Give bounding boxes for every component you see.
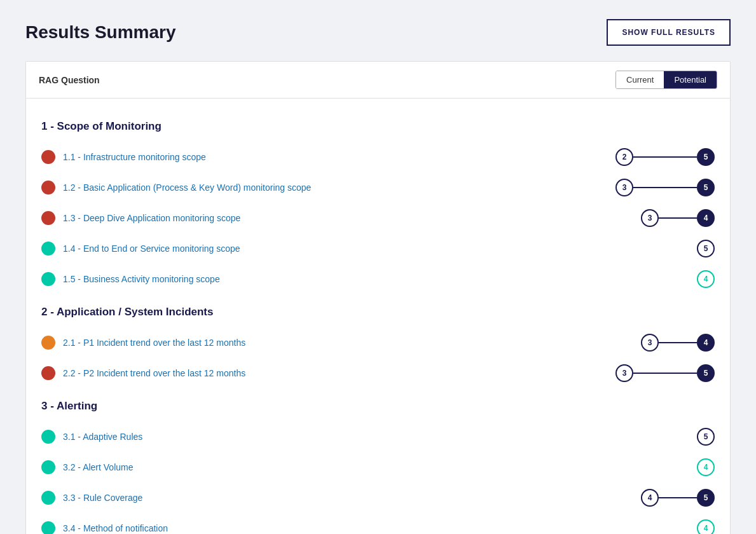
question-left-q3-3: 3.3 - Rule Coverage — [41, 491, 142, 505]
solo-node-q3-4: 4 — [697, 519, 715, 534]
current-potential-toggle: Current Potential — [615, 71, 717, 89]
slider-track-q1-2: 35 — [615, 179, 715, 196]
current-node-q1-1: 2 — [615, 148, 633, 166]
question-row-q3-3: 3.3 - Rule Coverage45 — [41, 483, 715, 513]
solo-node-q1-4: 5 — [697, 240, 715, 257]
status-dot-q3-3 — [41, 491, 55, 505]
track-line-q1-3 — [659, 217, 697, 219]
slider-track-q1-1: 25 — [615, 148, 715, 166]
question-text-q1-5: 1.5 - Business Activity monitoring scope — [63, 274, 220, 284]
solo-node-q3-1: 5 — [697, 428, 715, 446]
question-row-q3-4: 3.4 - Method of notification4 — [41, 513, 715, 534]
potential-node-q1-3: 4 — [697, 209, 715, 227]
show-full-results-button[interactable]: SHOW FULL RESULTS — [607, 19, 731, 46]
question-left-q2-2: 2.2 - P2 Incident trend over the last 12… — [41, 366, 245, 380]
question-row-q1-2: 1.2 - Basic Application (Process & Key W… — [41, 172, 715, 203]
potential-node-q3-3: 5 — [697, 489, 715, 507]
status-dot-q3-2 — [41, 460, 55, 474]
question-left-q1-3: 1.3 - Deep Dive Application monitoring s… — [41, 211, 240, 225]
track-line-q2-2 — [633, 373, 697, 374]
question-left-q1-2: 1.2 - Basic Application (Process & Key W… — [41, 181, 311, 195]
status-dot-q1-5 — [41, 272, 55, 286]
toggle-current[interactable]: Current — [616, 71, 664, 88]
question-text-q2-1: 2.1 - P1 Incident trend over the last 12… — [63, 338, 245, 348]
question-row-q1-4: 1.4 - End to End or Service monitoring s… — [41, 233, 715, 264]
question-text-q1-2: 1.2 - Basic Application (Process & Key W… — [63, 182, 311, 193]
potential-node-q1-1: 5 — [697, 148, 715, 166]
status-dot-q2-2 — [41, 366, 55, 380]
question-text-q2-2: 2.2 - P2 Incident trend over the last 12… — [63, 368, 245, 378]
rag-question-label: RAG Question — [39, 75, 100, 85]
section-3-title: 3 - Alerting — [41, 400, 715, 413]
toggle-potential[interactable]: Potential — [664, 71, 717, 88]
status-dot-q1-1 — [41, 150, 55, 164]
solo-node-container-q3-4: 4 — [575, 519, 715, 534]
section-2: 2 - Application / System Incidents2.1 - … — [41, 306, 715, 388]
potential-node-q2-2: 5 — [697, 364, 715, 382]
status-dot-q1-3 — [41, 211, 55, 225]
question-text-q3-4: 3.4 - Method of notification — [63, 523, 168, 533]
question-row-q3-1: 3.1 - Adaptive Rules5 — [41, 421, 715, 452]
section-1-title: 1 - Scope of Monitoring — [41, 120, 715, 133]
question-text-q1-1: 1.1 - Infrastructure monitoring scope — [63, 152, 206, 162]
current-node-q2-2: 3 — [615, 364, 633, 382]
track-line-q1-1 — [633, 156, 697, 158]
solo-node-q1-5: 4 — [697, 270, 715, 288]
current-node-q1-3: 3 — [641, 209, 659, 227]
question-text-q1-3: 1.3 - Deep Dive Application monitoring s… — [63, 213, 240, 223]
solo-node-container-q1-5: 4 — [575, 270, 715, 288]
slider-q1-1: 25 — [575, 148, 715, 166]
slider-q1-3: 34 — [575, 209, 715, 227]
question-row-q3-2: 3.2 - Alert Volume4 — [41, 452, 715, 483]
slider-track-q1-3: 34 — [641, 209, 715, 227]
question-left-q2-1: 2.1 - P1 Incident trend over the last 12… — [41, 336, 245, 350]
potential-node-q1-2: 5 — [697, 179, 715, 196]
slider-q3-3: 45 — [575, 489, 715, 507]
question-left-q1-5: 1.5 - Business Activity monitoring scope — [41, 272, 220, 286]
question-row-q2-1: 2.1 - P1 Incident trend over the last 12… — [41, 327, 715, 358]
slider-track-q3-3: 45 — [641, 489, 715, 507]
section-3: 3 - Alerting3.1 - Adaptive Rules53.2 - A… — [41, 400, 715, 534]
status-dot-q1-2 — [41, 181, 55, 195]
question-text-q3-1: 3.1 - Adaptive Rules — [63, 432, 142, 442]
potential-node-q2-1: 4 — [697, 334, 715, 352]
slider-track-q2-1: 34 — [641, 334, 715, 352]
slider-q2-1: 34 — [575, 334, 715, 352]
question-left-q1-4: 1.4 - End to End or Service monitoring s… — [41, 242, 240, 256]
content-area: 1 - Scope of Monitoring1.1 - Infrastruct… — [26, 99, 730, 534]
slider-q1-2: 35 — [575, 179, 715, 196]
status-dot-q1-4 — [41, 242, 55, 256]
question-left-q3-2: 3.2 - Alert Volume — [41, 460, 134, 474]
current-node-q1-2: 3 — [615, 179, 633, 196]
solo-node-container-q3-2: 4 — [575, 458, 715, 476]
table-header: RAG Question Current Potential — [26, 62, 730, 99]
page-header: Results Summary SHOW FULL RESULTS — [25, 19, 731, 46]
question-row-q1-1: 1.1 - Infrastructure monitoring scope25 — [41, 142, 715, 172]
results-card: RAG Question Current Potential 1 - Scope… — [25, 61, 731, 534]
status-dot-q3-1 — [41, 430, 55, 444]
slider-track-q2-2: 35 — [615, 364, 715, 382]
slider-q2-2: 35 — [575, 364, 715, 382]
question-left-q3-1: 3.1 - Adaptive Rules — [41, 430, 142, 444]
question-text-q3-3: 3.3 - Rule Coverage — [63, 493, 142, 503]
question-text-q1-4: 1.4 - End to End or Service monitoring s… — [63, 243, 240, 254]
question-row-q1-5: 1.5 - Business Activity monitoring scope… — [41, 264, 715, 294]
question-left-q3-4: 3.4 - Method of notification — [41, 521, 168, 534]
question-row-q2-2: 2.2 - P2 Incident trend over the last 12… — [41, 358, 715, 388]
page-title: Results Summary — [25, 22, 176, 43]
solo-node-q3-2: 4 — [697, 458, 715, 476]
current-node-q2-1: 3 — [641, 334, 659, 352]
section-1: 1 - Scope of Monitoring1.1 - Infrastruct… — [41, 120, 715, 294]
section-2-title: 2 - Application / System Incidents — [41, 306, 715, 318]
solo-node-container-q3-1: 5 — [575, 428, 715, 446]
question-row-q1-3: 1.3 - Deep Dive Application monitoring s… — [41, 203, 715, 233]
question-text-q3-2: 3.2 - Alert Volume — [63, 462, 134, 472]
current-node-q3-3: 4 — [641, 489, 659, 507]
track-line-q1-2 — [633, 187, 697, 188]
solo-node-container-q1-4: 5 — [575, 240, 715, 257]
status-dot-q2-1 — [41, 336, 55, 350]
question-left-q1-1: 1.1 - Infrastructure monitoring scope — [41, 150, 206, 164]
track-line-q2-1 — [659, 342, 697, 343]
track-line-q3-3 — [659, 497, 697, 498]
status-dot-q3-4 — [41, 521, 55, 534]
